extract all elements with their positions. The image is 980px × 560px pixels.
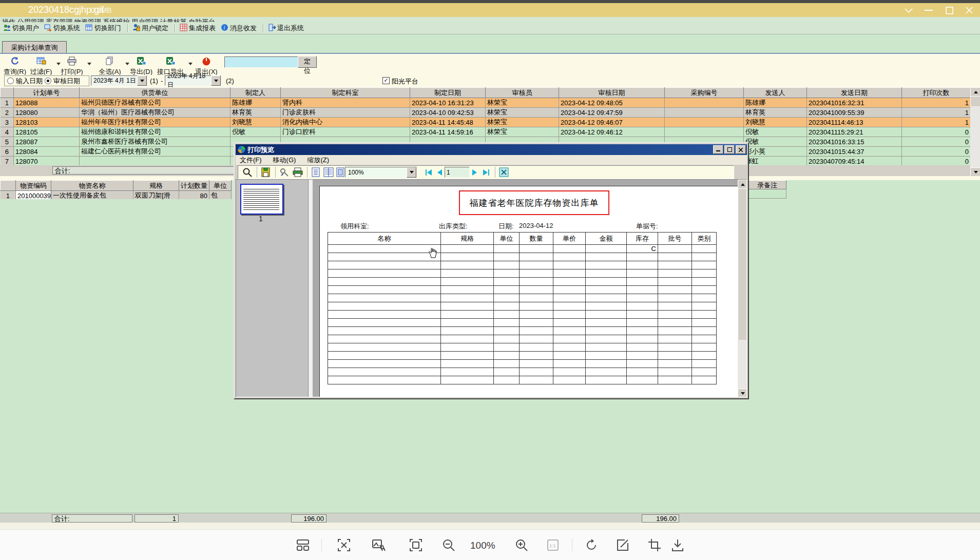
print-preview-titlebar[interactable]: 打印预览 [236,144,747,155]
table-cell[interactable]: 林荣宝 [486,127,559,137]
app-toolbar-item-切换用户[interactable]: 切换用户 [3,24,39,33]
query-toolbar-button-接口导出[interactable]: 接口导出 [156,55,185,74]
table-cell[interactable]: 林育英 [230,108,281,118]
table-cell[interactable]: 福建仁心医药科技有限公司 [80,147,230,157]
minimize-button[interactable] [921,5,936,16]
page-layout-2-icon[interactable] [323,167,334,177]
table-cell[interactable] [80,157,230,166]
date-to-dropdown-icon[interactable] [211,75,221,86]
preview-zoom-combo[interactable]: 100% [345,167,417,178]
table-cell[interactable]: 2023041015:44:37 [807,147,902,157]
dialog-maximize-button[interactable] [724,145,735,154]
table-cell[interactable]: 门诊口腔科 [281,127,410,137]
table-cell[interactable]: 2023-04-12 09:46:12 [559,127,665,137]
ocr-text-icon[interactable] [337,538,351,552]
table-cell[interactable]: 128105 [14,127,80,137]
table-cell[interactable]: 泉州市鑫桥医疗器械有限公司 [80,137,230,147]
table-cell[interactable] [665,98,744,108]
page-thumbnail[interactable] [240,184,283,215]
table-cell[interactable] [665,127,744,137]
zoom-in-icon[interactable] [514,538,529,552]
rotate-icon[interactable] [584,538,599,552]
last-page-button[interactable] [481,167,491,178]
dialog-close-button[interactable] [736,145,746,154]
table-cell[interactable] [665,108,744,118]
table-cell[interactable]: 福州贝德医疗器械有限公司 [80,98,230,108]
main-grid-scrollbar[interactable] [970,87,980,176]
table-cell[interactable]: 2023-04-11 14:45:48 [410,118,486,127]
table-cell[interactable]: 华润（福州）医疗器械有限公司 [80,108,230,118]
maximize-button[interactable] [941,5,957,16]
chevron-down-icon[interactable] [901,5,916,16]
query-toolbar-button-全选(A)[interactable]: 全选(A) [98,55,122,74]
sunshine-platform-checkbox[interactable]: ✓ [382,77,390,84]
close-preview-icon[interactable] [499,167,509,177]
table-cell[interactable]: 128084 [14,147,80,157]
table-cell[interactable]: 2023041016:32:31 [807,98,902,108]
table-cell[interactable]: 7 [1,157,14,166]
query-toolbar-button-查询(R)[interactable]: 查询(R) [2,55,28,74]
locate-input[interactable] [224,56,299,68]
dropdown-arrow-icon[interactable] [188,63,193,65]
table-cell[interactable]: 0 [902,147,971,157]
table-cell[interactable]: 刘晓慧 [230,118,281,127]
preview-zoom-dropdown-icon[interactable] [407,167,416,178]
table-cell[interactable]: 林育英 [744,108,807,118]
print-setup-icon[interactable] [279,167,290,177]
table-cell[interactable]: 3 [1,118,14,127]
table-cell[interactable]: 4 [1,127,14,137]
query-toolbar-button-打印(P)[interactable]: 打印(P) [60,55,84,74]
table-cell[interactable]: 林荣宝 [486,108,559,118]
query-toolbar-button-退出(X)[interactable]: 退出(X) [194,55,219,74]
next-page-button[interactable] [469,167,480,178]
date-from-picker[interactable]: 2023年 4月 1日 [91,75,147,86]
table-cell[interactable]: 2023041009:55:39 [807,108,902,118]
table-cell[interactable]: 128087 [14,137,80,147]
table-cell[interactable]: 倪敏 [744,137,807,147]
table-cell[interactable]: 陈雄娜 [744,98,807,108]
date-to-picker[interactable]: 2023年 4月18日 [165,75,221,86]
app-toolbar-item-消息收发[interactable]: i消息收发 [221,24,257,33]
table-cell[interactable]: 倪敏 [230,127,281,137]
query-toolbar-button-过滤(F)[interactable]: 过滤(F) [29,55,53,74]
close-button[interactable] [962,5,977,16]
page-number-input[interactable] [445,167,470,178]
table-cell[interactable]: 2023040709:45:14 [807,157,902,166]
audit-date-radio[interactable] [45,78,51,84]
table-cell[interactable]: 肾内科 [281,98,410,108]
fit-screen-icon[interactable] [409,538,423,552]
preview-scroll-down-icon[interactable] [738,389,747,397]
app-toolbar-item-切换部门[interactable]: 切换部门 [85,24,121,33]
table-cell[interactable]: 0 [902,157,971,166]
table-cell[interactable]: 福州德康和谐科技有限公司 [80,127,230,137]
table-cell[interactable]: 128103 [14,118,80,127]
input-date-radio[interactable] [7,78,14,84]
table-cell[interactable]: 2023-04-10 16:31:23 [410,98,486,108]
dropdown-arrow-icon[interactable] [87,63,91,65]
table-cell[interactable]: 陈雄娜 [230,98,281,108]
crop-icon[interactable] [647,538,662,552]
table-cell[interactable]: 6 [1,147,14,157]
page-layout-3-icon[interactable] [336,167,346,177]
menu-zoom[interactable]: 缩放(Z) [307,156,329,165]
menu-file[interactable]: 文件(F) [240,156,262,165]
app-toolbar-item-退出系统[interactable]: 退出系统 [268,24,304,33]
preview-scroll-thumb[interactable] [738,188,747,341]
table-cell[interactable]: 福州年年医疗科技有限公司 [80,118,230,127]
table-cell[interactable]: 0 [902,137,971,147]
preview-scrollbar[interactable] [738,180,746,397]
table-cell[interactable]: 林荣宝 [486,98,559,108]
table-cell[interactable]: 5 [1,137,14,147]
dialog-minimize-button[interactable] [713,145,723,154]
prev-page-button[interactable] [434,167,445,178]
table-cell[interactable]: 128088 [14,98,80,108]
first-page-button[interactable] [423,167,434,178]
table-cell[interactable]: 2023-04-12 09:46:07 [559,118,665,127]
tab-purchase-plan-query[interactable]: 采购计划单查询 [2,41,67,53]
table-cell[interactable]: 2023-04-12 09:47:59 [559,108,665,118]
table-cell[interactable]: 2023-04-10 09:42:53 [410,108,486,118]
table-cell[interactable]: 1 [902,118,971,127]
table-cell[interactable]: 倪敏 [744,127,807,137]
print-icon[interactable] [293,167,303,177]
app-toolbar-item-集成报表[interactable]: 集成报表 [180,24,216,33]
